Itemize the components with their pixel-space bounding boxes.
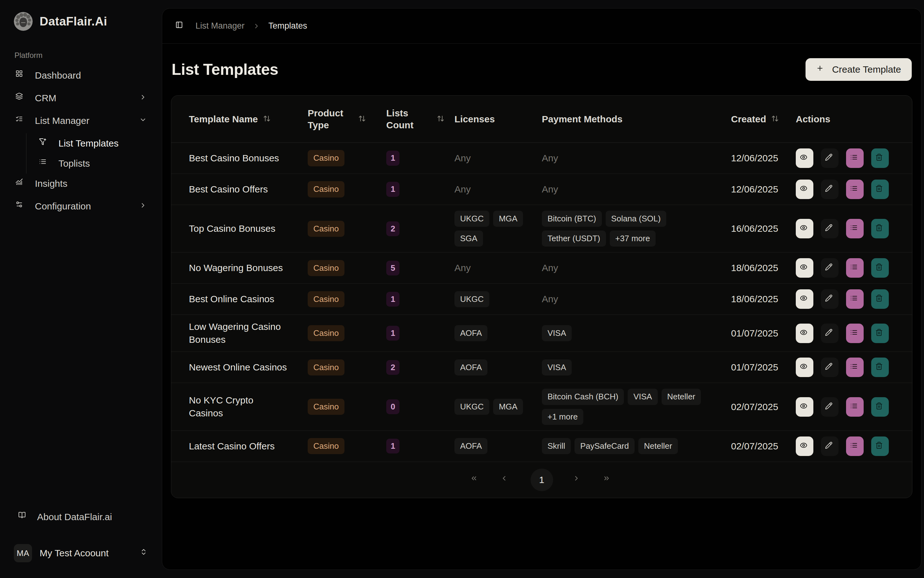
list-icon [850,442,859,451]
delete-button[interactable] [871,180,889,199]
lists-count-cell: 0 [386,399,455,414]
previous-page-button[interactable] [500,474,511,485]
edit-button[interactable] [821,180,838,199]
sidebar-item-list-templates[interactable]: List Templates [31,133,154,153]
delete-button[interactable] [871,323,889,343]
sort-icon[interactable] [263,115,272,123]
view-button[interactable] [796,357,813,377]
list-icon [850,224,859,233]
row-actions [796,437,900,456]
lists-count-cell: 1 [386,439,455,453]
account-name: My Test Acoount [40,548,132,559]
column-header-template-name[interactable]: Template Name [189,113,308,125]
pencil-icon [825,402,835,412]
chevron-right-icon [139,201,149,211]
edit-button[interactable] [821,397,838,417]
delete-button[interactable] [871,289,889,309]
column-header-product-type[interactable]: Product Type [308,107,386,131]
edit-button[interactable] [821,437,838,456]
breadcrumb-section[interactable]: List Manager [196,21,244,31]
view-lists-button[interactable] [846,258,864,278]
lists-count-cell: 2 [386,360,455,375]
delete-button[interactable] [871,258,889,278]
view-button[interactable] [796,258,813,278]
lists-count-cell: 1 [386,182,455,196]
chevrons-right-icon [603,474,613,485]
sidebar-toggle-button[interactable] [173,19,187,33]
view-button[interactable] [796,323,813,343]
delete-button[interactable] [871,219,889,239]
edit-button[interactable] [821,219,838,239]
main-panel: List Manager Templates List Templates Cr… [162,8,921,570]
view-lists-button[interactable] [846,437,864,456]
trash-icon [875,362,885,372]
value-badge: Skrill [542,438,571,454]
logo: DataFlair.Ai [8,12,154,31]
funnel-plus-icon [39,138,50,149]
create-template-button[interactable]: Create Template [806,58,912,81]
value-badge: Bitcoin (BTC) [542,211,602,227]
created-date: 12/06/2025 [731,153,796,164]
lists-count-badge: 1 [386,292,400,307]
edit-button[interactable] [821,148,838,168]
edit-button[interactable] [821,289,838,309]
delete-button[interactable] [871,397,889,417]
plus-icon [816,65,826,75]
template-name: Best Online Casinos [189,293,297,306]
view-button[interactable] [796,437,813,456]
product-type-badge: Casino [308,260,345,276]
trash-icon [875,329,885,338]
sidebar-item-insights[interactable]: Insights [8,174,154,194]
column-header-created[interactable]: Created [731,113,796,125]
view-lists-button[interactable] [846,289,864,309]
column-header-lists-count[interactable]: Lists Count [386,107,455,131]
sort-icon[interactable] [771,115,780,123]
sidebar-item-dashboard[interactable]: Dashboard [8,65,154,86]
view-button[interactable] [796,180,813,199]
view-button[interactable] [796,148,813,168]
licenses-cell: Any [455,184,542,195]
column-header-payment-methods: Payment Methods [542,113,731,125]
delete-button[interactable] [871,437,889,456]
product-type-cell: Casino [308,399,386,415]
about-link[interactable]: About DataFlair.ai [8,507,154,527]
product-type-badge: Casino [308,291,345,307]
edit-button[interactable] [821,357,838,377]
delete-button[interactable] [871,148,889,168]
row-actions [796,357,900,377]
edit-button[interactable] [821,258,838,278]
sidebar-item-toplists[interactable]: Toplists [31,153,154,174]
account-switcher[interactable]: MA My Test Acoount [8,541,154,565]
product-type-cell: Casino [308,359,386,375]
next-page-button[interactable] [573,474,583,485]
delete-button[interactable] [871,357,889,377]
view-button[interactable] [796,219,813,239]
sidebar-item-crm[interactable]: CRM [8,88,154,108]
sort-icon[interactable] [358,115,367,123]
value-badge: PaySafeCard [574,438,634,454]
view-lists-button[interactable] [846,148,864,168]
sliders-icon [15,201,27,212]
trash-icon [875,185,885,194]
view-button[interactable] [796,289,813,309]
view-lists-button[interactable] [846,219,864,239]
content-area: List Templates Create Template Template … [162,44,921,498]
view-lists-button[interactable] [846,357,864,377]
last-page-button[interactable] [603,474,613,485]
edit-button[interactable] [821,323,838,343]
view-lists-button[interactable] [846,397,864,417]
pencil-icon [825,329,835,338]
sort-icon[interactable] [437,115,446,123]
table-row: No KYC Crypto Casinos Casino 0 UKGCMGA B… [171,383,912,430]
current-page-indicator[interactable]: 1 [531,469,553,491]
product-type-badge: Casino [308,181,345,197]
first-page-button[interactable] [470,474,481,485]
sidebar-item-list-manager[interactable]: List Manager [8,111,154,131]
eye-icon [800,263,809,273]
chevron-right-icon [573,474,583,485]
trash-icon [875,442,885,451]
sidebar-item-configuration[interactable]: Configuration [8,196,154,216]
view-button[interactable] [796,397,813,417]
view-lists-button[interactable] [846,323,864,343]
view-lists-button[interactable] [846,180,864,199]
